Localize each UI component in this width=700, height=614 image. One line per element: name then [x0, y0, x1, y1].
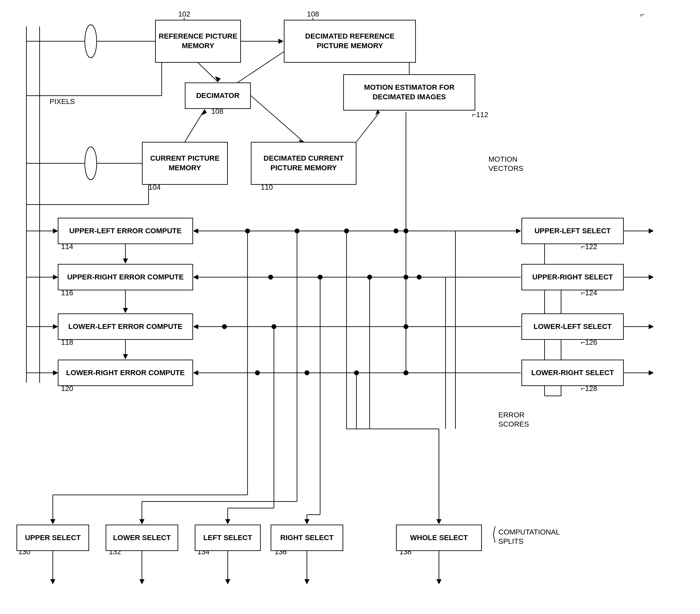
lr-select-box: LOWER-RIGHT SELECT — [522, 360, 624, 386]
dec-ref-pic-memory-box: DECIMATED REFERENCEPICTURE MEMORY — [284, 20, 416, 63]
svg-text:VECTORS: VECTORS — [488, 164, 523, 173]
ll-error-compute-box: LOWER-LEFT ERROR COMPUTE — [58, 313, 193, 340]
dec-cur-pic-memory-box: DECIMATED CURRENTPICTURE MEMORY — [251, 142, 357, 185]
svg-point-98 — [404, 371, 408, 375]
svg-point-146 — [85, 25, 97, 58]
ur-error-compute-box: UPPER-RIGHT ERROR COMPUTE — [58, 264, 193, 290]
whole-select-box: WHOLE SELECT — [396, 525, 482, 551]
svg-text:⌐112: ⌐112 — [472, 111, 488, 119]
svg-text:PIXELS: PIXELS — [50, 97, 75, 105]
svg-marker-141 — [225, 579, 230, 584]
svg-marker-61 — [53, 229, 58, 233]
svg-marker-106 — [140, 519, 144, 524]
upper-select-box: UPPER SELECT — [16, 525, 89, 551]
svg-line-35 — [251, 96, 304, 142]
svg-marker-145 — [437, 579, 441, 584]
svg-line-41 — [357, 112, 379, 142]
svg-marker-30 — [215, 77, 221, 82]
svg-marker-124 — [437, 519, 441, 524]
ul-error-compute-box: UPPER-LEFT ERROR COMPUTE — [58, 218, 193, 244]
svg-point-147 — [85, 147, 97, 180]
diagram: ⌐ 102 108 ⌐112 108 104 110 114 116 118 1… — [0, 0, 700, 614]
svg-point-92 — [222, 324, 227, 329]
svg-text:⌐: ⌐ — [640, 11, 645, 19]
ref-pic-memory-box: REFERENCE PICTURE MEMORY — [155, 20, 241, 63]
svg-marker-102 — [50, 519, 55, 524]
svg-text:ERROR: ERROR — [498, 411, 524, 419]
ur-select-box: UPPER-RIGHT SELECT — [522, 264, 624, 290]
svg-point-95 — [255, 371, 260, 375]
ul-select-box: UPPER-LEFT SELECT — [522, 218, 624, 244]
decimator-box: DECIMATOR — [185, 83, 251, 109]
cur-pic-memory-box: CURRENT PICTUREMEMORY — [142, 142, 228, 185]
svg-text:102: 102 — [178, 10, 190, 18]
svg-marker-78 — [123, 354, 128, 359]
svg-point-96 — [304, 371, 309, 375]
svg-line-29 — [198, 63, 218, 82]
svg-marker-32 — [278, 39, 283, 43]
svg-marker-67 — [53, 371, 58, 375]
motion-estimator-box: MOTION ESTIMATOR FORDECIMATED IMAGES — [343, 74, 475, 111]
svg-text:108: 108 — [307, 10, 319, 18]
left-select-box: LEFT SELECT — [195, 525, 261, 551]
svg-line-39 — [185, 110, 204, 142]
right-select-box: RIGHT SELECT — [271, 525, 343, 551]
svg-marker-137 — [50, 579, 55, 584]
svg-marker-128 — [649, 275, 653, 279]
svg-marker-85 — [516, 229, 521, 233]
svg-marker-65 — [53, 324, 58, 329]
lr-error-compute-box: LOWER-RIGHT ERROR COMPUTE — [58, 360, 193, 386]
svg-point-83 — [394, 229, 398, 233]
svg-marker-143 — [304, 579, 309, 584]
svg-text:SPLITS: SPLITS — [498, 537, 523, 546]
svg-marker-130 — [649, 324, 653, 329]
svg-marker-110 — [225, 519, 230, 524]
lower-select-box: LOWER SELECT — [105, 525, 178, 551]
svg-marker-132 — [649, 371, 653, 375]
svg-marker-76 — [123, 308, 128, 313]
svg-text:MOTION: MOTION — [488, 155, 517, 163]
svg-marker-126 — [649, 229, 653, 233]
ll-select-box: LOWER-LEFT SELECT — [522, 313, 624, 340]
svg-text:SCORES: SCORES — [498, 420, 529, 428]
svg-text:COMPUTATIONAL: COMPUTATIONAL — [498, 528, 560, 536]
svg-point-87 — [268, 275, 273, 279]
svg-marker-63 — [53, 275, 58, 279]
svg-marker-42 — [376, 110, 379, 115]
svg-marker-74 — [123, 259, 128, 263]
svg-marker-139 — [140, 579, 144, 584]
svg-marker-114 — [304, 519, 309, 524]
